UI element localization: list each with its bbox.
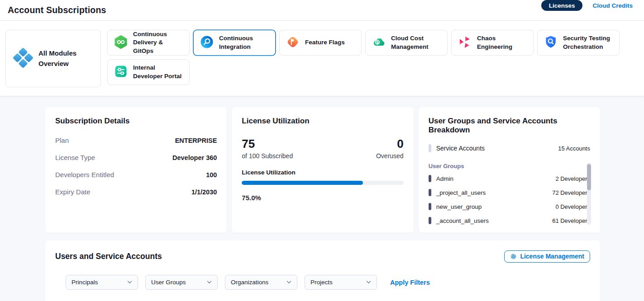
license-progress-fill — [242, 181, 363, 185]
svg-text:$: $ — [376, 39, 379, 44]
breakdown-card: User Groups and Service Accounts Breakdo… — [419, 107, 600, 233]
license-type-row: License Type Developer 360 — [55, 154, 217, 161]
main-content: Subscription Details Plan ENTERPRISE Lic… — [0, 96, 644, 233]
module-label: Feature Flags — [305, 38, 345, 47]
user-group-label: _project_all_users — [436, 189, 486, 196]
license-management-button[interactable]: License Management — [504, 250, 590, 263]
user-group-row: _project_all_users 72 Developers — [429, 189, 590, 196]
principals-dropdown[interactable]: Principals — [66, 275, 138, 290]
service-accounts-label: Service Accounts — [436, 145, 485, 152]
module-label: Chaos Engineering — [477, 34, 528, 51]
license-utilization-title: License Utilization — [242, 117, 403, 126]
user-group-marker — [429, 203, 431, 210]
cd-gitops-icon — [113, 34, 129, 52]
license-utilization-card: License Utilization 75 of 100 Subscribed… — [232, 107, 413, 233]
user-groups-dropdown-label: User Groups — [151, 279, 186, 286]
license-progress-track — [242, 181, 403, 185]
chaos-engineering-icon — [457, 34, 472, 52]
user-groups-heading: User Groups — [429, 163, 590, 169]
plan-row: Plan ENTERPRISE — [55, 136, 217, 144]
cloud-cost-icon: $ — [371, 34, 386, 52]
users-section-title: Users and Service Accounts — [55, 252, 162, 261]
user-groups-dropdown[interactable]: User Groups — [145, 275, 218, 290]
principals-dropdown-label: Principals — [72, 279, 98, 286]
internal-developer-portal-icon — [113, 64, 129, 81]
user-group-label: Admin — [436, 175, 453, 182]
header-actions: Licenses Cloud Credits — [541, 0, 633, 11]
used-count: 75 — [242, 137, 293, 150]
breakdown-title: User Groups and Service Accounts Breakdo… — [429, 117, 590, 135]
license-type-value: Developer 360 — [172, 154, 217, 161]
module-label: Security Testing Orchestration — [563, 34, 614, 51]
module-label: Continuous Integration — [219, 34, 270, 51]
all-modules-overview-card[interactable]: All Modules Overview — [5, 30, 101, 87]
utilization-percent: 75.0% — [242, 194, 403, 202]
expiry-date-value: 1/1/2030 — [191, 188, 217, 196]
user-group-row: Admin 2 Developers — [429, 175, 590, 182]
service-accounts-row: Service Accounts 15 Accounts — [429, 144, 590, 152]
module-label: Continuous Delivery & GitOps — [133, 30, 184, 55]
utilization-bar-label: License Utilization — [242, 169, 403, 176]
license-type-label: License Type — [55, 154, 95, 161]
apply-filters-link[interactable]: Apply Filters — [390, 279, 430, 286]
overused-caption: Overused — [376, 152, 404, 160]
module-card-continuous-integration[interactable]: Continuous Integration — [193, 30, 276, 56]
groups-scrollbar-thumb[interactable] — [587, 164, 591, 190]
module-card-cloud-cost[interactable]: $ Cloud Cost Management — [365, 30, 448, 56]
module-card-cd-gitops[interactable]: Continuous Delivery & GitOps — [107, 30, 190, 56]
users-and-service-accounts-section: Users and Service Accounts License Manag… — [45, 240, 600, 301]
user-group-marker — [429, 189, 431, 196]
expiry-date-row: Expiry Date 1/1/2030 — [55, 188, 217, 196]
user-group-value: 2 Developers — [555, 175, 590, 182]
licenses-tab[interactable]: Licenses — [541, 0, 583, 11]
subscription-details-title: Subscription Details — [55, 117, 217, 126]
page-title: Account Subscriptions — [8, 5, 106, 15]
organizations-dropdown[interactable]: Organizations — [225, 275, 297, 290]
chevron-down-icon — [286, 281, 291, 284]
subscription-details-card: Subscription Details Plan ENTERPRISE Lic… — [45, 107, 227, 233]
overused-count: 0 — [376, 137, 404, 150]
projects-dropdown[interactable]: Projects — [305, 275, 377, 290]
filters-row: Principals User Groups Organizations Pro… — [55, 275, 590, 290]
module-card-internal-developer-portal[interactable]: Internal Developer Portal — [107, 59, 190, 85]
page-header: Account Subscriptions Licenses Cloud Cre… — [0, 0, 644, 21]
user-group-marker — [429, 217, 431, 224]
ci-icon — [199, 34, 215, 52]
user-group-label: new_user_group — [436, 203, 482, 210]
groups-scrollbar-track[interactable] — [587, 163, 591, 225]
user-group-row: new_user_group 0 Developers — [429, 203, 590, 210]
used-caption: of 100 Subscribed — [242, 152, 293, 160]
user-group-marker — [429, 175, 431, 182]
chevron-down-icon — [207, 281, 212, 284]
plan-value: ENTERPRISE — [175, 137, 217, 144]
chevron-down-icon — [366, 281, 371, 284]
projects-dropdown-label: Projects — [310, 279, 333, 286]
user-group-label: _account_all_users — [436, 217, 489, 224]
user-group-value: 61 Developers — [552, 217, 590, 224]
developers-entitled-label: Developers Entitled — [55, 171, 114, 179]
organizations-dropdown-label: Organizations — [231, 279, 268, 286]
modules-grid: Continuous Delivery & GitOps Continuous … — [107, 30, 620, 87]
license-management-label: License Management — [520, 253, 584, 260]
developers-entitled-value: 100 — [206, 171, 217, 179]
gear-icon — [510, 253, 517, 260]
user-group-value: 0 Developers — [555, 203, 590, 210]
feature-flags-icon — [285, 34, 301, 52]
module-label: Cloud Cost Management — [391, 34, 442, 51]
user-group-row: _account_all_users 61 Developers — [429, 217, 590, 224]
service-accounts-value: 15 Accounts — [558, 145, 590, 152]
security-testing-icon — [543, 34, 558, 52]
developers-entitled-row: Developers Entitled 100 — [55, 171, 217, 179]
cloud-credits-tab[interactable]: Cloud Credits — [592, 2, 633, 9]
chevron-down-icon — [127, 281, 132, 284]
module-card-chaos-engineering[interactable]: Chaos Engineering — [451, 30, 534, 56]
module-card-security-testing[interactable]: Security Testing Orchestration — [537, 30, 620, 56]
overused-block: 0 Overused — [376, 137, 404, 160]
module-selector-band: All Modules Overview Continuous Delivery… — [0, 21, 644, 96]
module-card-feature-flags[interactable]: Feature Flags — [279, 30, 362, 56]
all-modules-icon — [13, 47, 33, 70]
user-group-value: 72 Developers — [552, 189, 590, 196]
used-licenses-block: 75 of 100 Subscribed — [242, 137, 293, 160]
service-accounts-marker — [429, 144, 431, 152]
plan-label: Plan — [55, 136, 69, 144]
